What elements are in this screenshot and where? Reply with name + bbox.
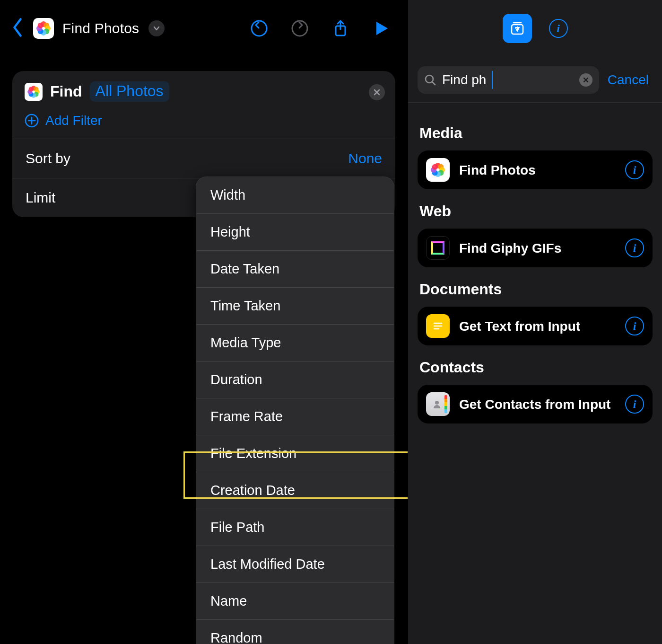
sort-option-date-taken[interactable]: Date Taken	[196, 251, 394, 288]
cancel-search-button[interactable]: Cancel	[608, 72, 653, 88]
run-button[interactable]	[365, 14, 397, 43]
sort-option-name[interactable]: Name	[196, 583, 394, 620]
contacts-icon	[426, 392, 450, 416]
sort-option-file-path[interactable]: File Path	[196, 509, 394, 546]
svg-line-15	[432, 82, 435, 85]
photos-icon	[426, 158, 450, 182]
shortcut-app-icon	[33, 18, 54, 39]
svg-point-21	[435, 401, 439, 405]
editor-pane: Find Photos Find	[0, 0, 408, 644]
action-result-find-giphy-gifs[interactable]: Find Giphy GIFsi	[418, 229, 653, 267]
undo-button[interactable]	[243, 14, 275, 43]
add-filter-label: Add Filter	[45, 113, 102, 128]
sort-by-label: Sort by	[26, 150, 70, 167]
redo-button[interactable]	[284, 14, 316, 43]
sort-option-height[interactable]: Height	[196, 214, 394, 251]
action-info-button[interactable]: i	[625, 317, 644, 335]
info-tab[interactable]: i	[549, 19, 568, 38]
limit-label: Limit	[26, 190, 55, 206]
action-result-label: Get Text from Input	[459, 318, 616, 335]
action-result-get-text-from-input[interactable]: Get Text from Inputi	[418, 307, 653, 345]
all-photos-token[interactable]: All Photos	[90, 81, 169, 102]
search-input-value: Find ph	[442, 72, 486, 88]
sort-option-time-taken[interactable]: Time Taken	[196, 288, 394, 325]
find-label: Find	[50, 83, 82, 100]
sort-option-random[interactable]: Random	[196, 620, 394, 644]
sort-option-media-type[interactable]: Media Type	[196, 325, 394, 362]
sort-by-row[interactable]: Sort by None	[12, 139, 395, 178]
clear-search-button[interactable]	[579, 73, 592, 87]
photos-icon	[25, 83, 43, 101]
search-field[interactable]: Find ph	[418, 66, 599, 94]
action-result-find-photos[interactable]: Find Photosi	[418, 150, 653, 189]
back-button[interactable]	[10, 17, 25, 40]
sort-option-width[interactable]: Width	[196, 177, 394, 214]
sort-options-popover: WidthHeightDate TakenTime TakenMedia Typ…	[196, 176, 394, 644]
sort-option-last-modified-date[interactable]: Last Modified Date	[196, 546, 394, 583]
giphy-icon	[426, 236, 450, 260]
sort-option-duration[interactable]: Duration	[196, 362, 394, 398]
search-icon	[424, 74, 436, 86]
sort-option-creation-date[interactable]: Creation Date	[196, 472, 394, 509]
search-row: Find ph Cancel	[408, 57, 662, 103]
sort-option-frame-rate[interactable]: Frame Rate	[196, 398, 394, 435]
actions-pane: i Find ph Cancel MediaFind PhotosiWebFin…	[408, 0, 662, 644]
svg-marker-4	[376, 22, 388, 35]
actions-library-tab[interactable]	[503, 14, 532, 43]
section-title-web: Web	[419, 203, 653, 220]
action-info-button[interactable]: i	[625, 160, 644, 179]
action-info-button[interactable]: i	[625, 238, 644, 257]
action-result-label: Get Contacts from Input	[459, 396, 616, 413]
section-title-contacts: Contacts	[419, 359, 653, 376]
section-title-documents: Documents	[419, 281, 653, 298]
right-toolbar: i	[408, 0, 662, 57]
text-cursor	[492, 71, 493, 89]
action-result-get-contacts-from-input[interactable]: Get Contacts from Inputi	[418, 385, 653, 423]
plus-circle-icon	[25, 114, 39, 128]
title-menu-button[interactable]	[148, 20, 165, 36]
text-icon	[426, 314, 450, 338]
action-result-label: Find Photos	[459, 162, 616, 178]
sort-option-file-extension[interactable]: File Extension	[196, 435, 394, 472]
shortcut-title[interactable]: Find Photos	[62, 20, 139, 36]
editor-toolbar: Find Photos	[0, 0, 408, 57]
section-title-media: Media	[419, 124, 653, 142]
clear-action-button[interactable]	[369, 84, 385, 100]
action-result-label: Find Giphy GIFs	[459, 240, 616, 256]
share-button[interactable]	[324, 14, 357, 43]
sort-by-value[interactable]: None	[348, 150, 382, 167]
action-header: Find All Photos	[12, 71, 395, 108]
search-results: MediaFind PhotosiWebFind Giphy GIFsiDocu…	[408, 103, 662, 423]
add-filter-button[interactable]: Add Filter	[12, 108, 395, 139]
action-info-button[interactable]: i	[625, 395, 644, 414]
